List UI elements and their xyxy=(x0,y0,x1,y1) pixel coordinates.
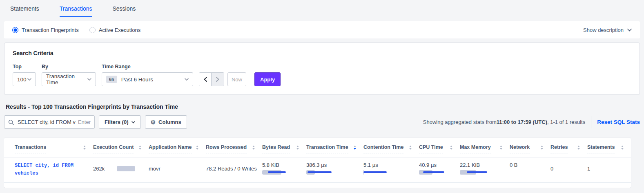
gear-icon: ⚙ xyxy=(151,119,156,125)
sort-icon-active-desc[interactable] xyxy=(354,146,356,150)
column-header-retries[interactable]: Retries xyxy=(550,138,587,157)
show-description-toggle[interactable]: Show description xyxy=(583,27,632,33)
cell-transaction-time: 386.3 µs xyxy=(306,157,363,182)
search-enter-hint: Enter xyxy=(78,119,91,125)
sort-icon[interactable] xyxy=(196,146,198,150)
radio-transaction-fingerprints[interactable]: Transaction Fingerprints xyxy=(12,27,79,33)
sort-icon[interactable] xyxy=(296,146,299,150)
now-button[interactable]: Now xyxy=(227,72,246,86)
search-icon xyxy=(8,119,14,125)
time-nav-group xyxy=(199,72,224,86)
sort-icon[interactable] xyxy=(409,146,412,150)
apply-button[interactable]: Apply xyxy=(254,72,281,86)
sort-icon[interactable] xyxy=(541,146,543,150)
column-header-bytes-read[interactable]: Bytes Read xyxy=(262,138,306,157)
application-name-value: movr xyxy=(149,166,160,172)
column-header-statements[interactable]: Statements xyxy=(587,138,631,157)
cell-transaction-query: SELECT city, id FROM vehicles xyxy=(4,157,93,182)
table-header-row: Transactions Execution Count Application… xyxy=(4,138,631,157)
column-label: Statements xyxy=(587,144,615,153)
column-header-max-memory[interactable]: Max Memory xyxy=(460,138,510,157)
column-label: CPU Time xyxy=(419,144,443,153)
search-input[interactable] xyxy=(17,119,76,126)
showing-stats-text: Showing aggregated stats from 11:00 to 1… xyxy=(423,119,585,125)
cell-max-memory: 22.1 KiB xyxy=(460,157,510,182)
radio-label: Transaction Fingerprints xyxy=(22,27,79,33)
column-label: Transaction Time xyxy=(306,144,348,153)
query-line: SELECT city, id FROM xyxy=(15,162,91,170)
column-header-execution-count[interactable]: Execution Count xyxy=(93,138,149,157)
time-range-value: Past 6 Hours xyxy=(121,76,153,83)
tab-transactions[interactable]: Transactions xyxy=(60,5,92,17)
chevron-left-icon xyxy=(204,77,207,82)
sort-icon[interactable] xyxy=(450,146,452,150)
results-title: Results - Top 100 Transaction Fingerprin… xyxy=(6,103,644,110)
column-label: Network xyxy=(510,144,530,153)
chevron-down-icon xyxy=(131,121,135,123)
sort-icon[interactable] xyxy=(83,146,86,150)
columns-label: Columns xyxy=(158,119,181,125)
results-toolbar: Enter Filters (0) ⚙ Columns Showing aggr… xyxy=(4,115,640,129)
cell-execution-count: 262k xyxy=(93,157,149,182)
column-header-transaction-time[interactable]: Transaction Time xyxy=(306,138,363,157)
cpu-time-bar xyxy=(419,170,457,175)
cell-application-name: movr xyxy=(149,157,206,182)
column-label: Execution Count xyxy=(93,144,134,153)
results-table-card: Transactions Execution Count Application… xyxy=(4,138,631,188)
transaction-fingerprint-link[interactable]: SELECT city, id FROM vehicles xyxy=(15,162,91,177)
column-header-cpu-time[interactable]: CPU Time xyxy=(419,138,460,157)
chevron-down-icon xyxy=(87,78,91,81)
tab-statements[interactable]: Statements xyxy=(10,5,39,17)
by-select[interactable]: Transaction Time xyxy=(42,72,96,86)
time-range-select[interactable]: 6h Past 6 Hours xyxy=(102,72,193,86)
cell-rows-processed: 78.2 Reads / 0 Writes xyxy=(206,157,262,182)
column-header-rows-processed[interactable]: Rows Processed xyxy=(206,138,262,157)
radio-active-executions[interactable]: Active Executions xyxy=(89,27,141,33)
column-header-contention-time[interactable]: Contention Time xyxy=(363,138,419,157)
retries-value: 0 xyxy=(550,166,553,172)
view-toggle-bar: Transaction Fingerprints Active Executio… xyxy=(4,21,640,38)
chevron-right-icon xyxy=(216,77,219,82)
page-tabs: Statements Transactions Sessions xyxy=(0,0,644,17)
column-header-network[interactable]: Network xyxy=(510,138,550,157)
sort-icon[interactable] xyxy=(621,146,624,150)
max-memory-value: 22.1 KiB xyxy=(460,162,508,168)
reset-sql-stats-link[interactable]: Reset SQL Stats xyxy=(597,119,640,125)
rows-processed-value: 78.2 Reads / 0 Writes xyxy=(206,166,257,172)
show-description-label: Show description xyxy=(583,27,624,33)
chevron-down-icon xyxy=(627,29,632,31)
sort-icon[interactable] xyxy=(252,146,255,150)
filters-button[interactable]: Filters (0) xyxy=(99,115,141,129)
sort-icon[interactable] xyxy=(577,146,580,150)
bytes-read-value: 5.8 KiB xyxy=(262,162,305,168)
column-label: Transactions xyxy=(15,144,46,153)
previous-time-button[interactable] xyxy=(199,73,212,86)
column-header-transactions[interactable]: Transactions xyxy=(4,138,93,157)
time-range-badge: 6h xyxy=(106,76,117,83)
tab-sessions[interactable]: Sessions xyxy=(112,5,136,17)
column-label: Bytes Read xyxy=(262,144,290,153)
cpu-time-value: 40.9 µs xyxy=(419,162,458,168)
sort-icon[interactable] xyxy=(139,146,141,150)
sort-icon[interactable] xyxy=(500,146,502,150)
transaction-time-value: 386.3 µs xyxy=(306,162,362,168)
cell-network: 0 B xyxy=(510,157,550,182)
contention-time-bar xyxy=(363,170,401,175)
cell-bytes-read: 5.8 KiB xyxy=(262,157,306,182)
column-header-application-name[interactable]: Application Name xyxy=(149,138,206,157)
time-range-label: Time Range xyxy=(102,64,193,70)
by-select-value: Transaction Time xyxy=(46,73,87,85)
top-select[interactable]: 100 xyxy=(13,72,36,86)
next-time-button[interactable] xyxy=(212,73,224,86)
execution-count-bar xyxy=(117,166,137,171)
contention-time-value: 5.1 µs xyxy=(363,162,417,168)
radio-selected-icon xyxy=(12,27,18,33)
column-label: Rows Processed xyxy=(206,144,247,153)
column-label: Contention Time xyxy=(363,144,403,153)
bytes-read-bar xyxy=(262,170,300,175)
execution-count-value: 262k xyxy=(93,166,117,172)
columns-button[interactable]: ⚙ Columns xyxy=(145,115,187,129)
statements-value: 1 xyxy=(587,166,590,172)
by-label: By xyxy=(42,64,96,70)
column-label: Application Name xyxy=(149,144,192,153)
